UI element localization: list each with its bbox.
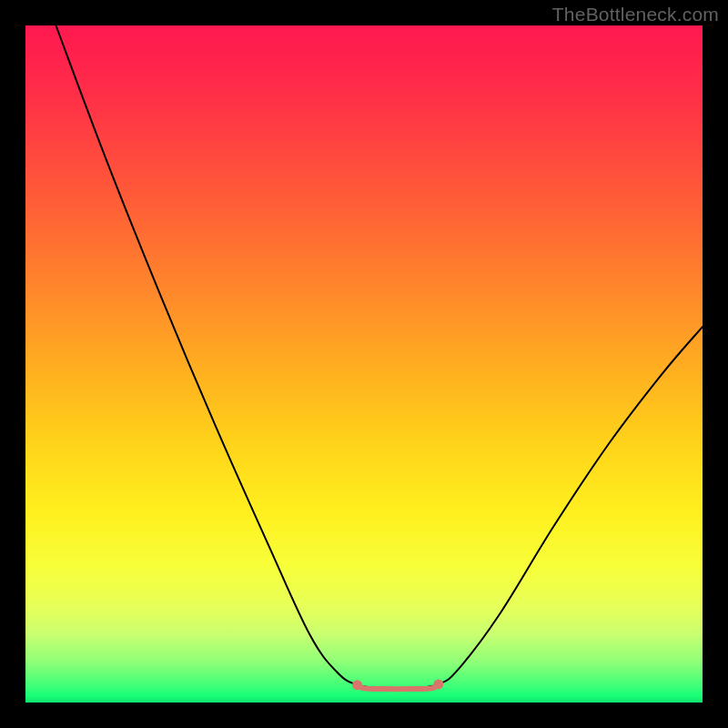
plot-area [25,25,703,703]
flat-segment-endpoint [433,679,443,689]
flat-segment [358,684,439,689]
plot-svg [25,25,703,703]
flat-segment-endpoint [352,680,362,690]
watermark-label: TheBottleneck.com [552,4,719,25]
main-curve [56,25,703,689]
chart-frame: TheBottleneck.com [0,0,728,728]
